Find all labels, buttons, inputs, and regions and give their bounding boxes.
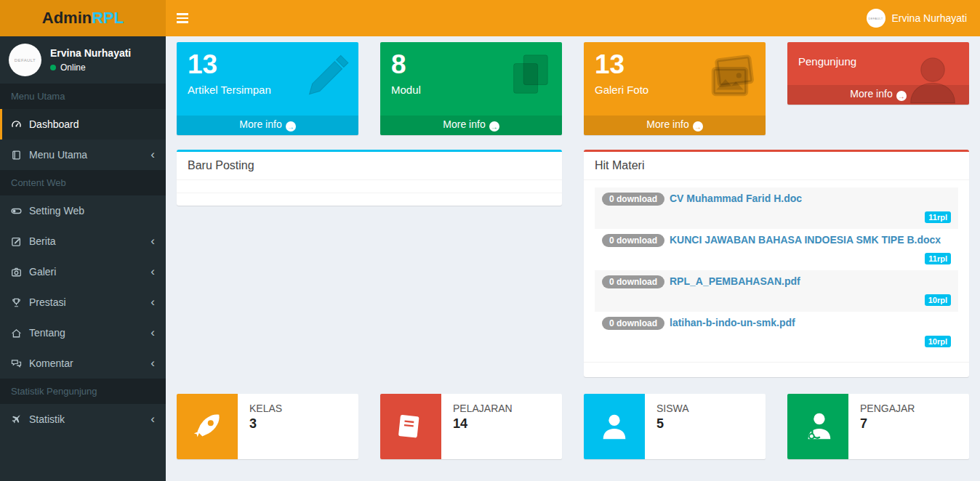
sidebar-header-statistik-pengunjung: Statistik Pengunjung [0,379,166,404]
modul-label: Modul [391,84,551,96]
navbar-body: DEFAULT Ervina Nurhayati [166,0,980,36]
small-boxes-row: 13 Artikel Tersimpan More info→ 8 Modul … [177,42,969,135]
avatar: DEFAULT [9,44,41,76]
pengajar-count: 7 [860,416,915,432]
edit-icon [11,236,22,247]
panels-row: Baru Posting Hit Materi 0 downloadCV Muh… [177,150,969,377]
logo-text-rpl: RPL [92,9,124,28]
artikel-label: Artikel Tersimpan [188,84,348,96]
file-link[interactable]: latihan-b-indo-un-smk.pdf [670,317,795,328]
sidebar-item-menu-utama[interactable]: Menu Utama ‹ [0,140,166,170]
file-link[interactable]: CV Muhammad Farid H.doc [670,193,802,204]
online-status[interactable]: Online [50,62,131,73]
comments-icon [11,358,22,369]
sidebar-item-dashboard[interactable]: Dashboard [0,109,166,140]
info-box-pelajaran: PELAJARAN 14 [380,394,562,459]
chevron-left-icon: ‹ [150,268,155,275]
camera-icon [11,267,22,278]
class-badge: 11rpl [925,211,951,223]
logo-text-admin: Admin [42,9,92,28]
class-badge: 11rpl [925,253,951,264]
download-count-badge: 0 download [602,193,664,206]
arrow-circle-right-icon: → [489,121,499,132]
hit-materi-list: 0 downloadCV Muhammad Farid H.doc 11rpl … [584,180,969,362]
more-info-link-galeri[interactable]: More info→ [584,116,766,136]
rocket-icon [177,394,238,459]
more-info-link-artikel[interactable]: More info→ [177,116,358,136]
sidebar-header-content-web: Content Web [0,170,166,195]
more-info-link-modul[interactable]: More info→ [380,116,562,136]
modul-count: 8 [391,49,551,81]
info-box-siswa: SISWA 5 [584,394,766,459]
sidebar-item-tentang[interactable]: Tentang ‹ [0,318,166,348]
home-icon [11,328,22,339]
chevron-left-icon: ‹ [150,416,155,423]
book-icon [11,150,22,161]
kelas-count: 3 [249,416,282,432]
app-logo[interactable]: AdminRPL [0,0,166,36]
info-box-kelas: KELAS 3 [177,394,358,459]
empty-list-row [177,193,562,206]
siswa-count: 5 [656,416,689,432]
doctor-icon [787,394,848,459]
trophy-icon [11,297,22,308]
sidebar-menu: Menu Utama Dashboard Menu Utama ‹ Conten… [0,84,166,434]
download-count-badge: 0 download [602,275,664,288]
small-box-modul: 8 Modul More info→ [380,42,562,135]
user-menu[interactable]: DEFAULT Ervina Nurhayati [854,0,980,36]
download-count-badge: 0 download [602,317,664,330]
sidebar-item-statistik[interactable]: Statistik ‹ [0,404,166,434]
dashboard-icon [11,119,22,130]
sidebar-item-galeri[interactable]: Galeri ‹ [0,256,166,287]
sidebar-toggle-button[interactable] [166,0,198,36]
pengajar-label: PENGAJAR [860,403,915,414]
chevron-left-icon: ‹ [150,299,155,306]
info-box-pengajar: PENGAJAR 7 [787,394,969,459]
online-dot-icon [50,65,56,70]
panel-footer [584,362,969,377]
arrow-circle-right-icon: → [693,121,703,132]
sidebar-user-name: Ervina Nurhayati [50,47,131,59]
sidebar-item-setting-web[interactable]: Setting Web [0,195,166,226]
galeri-label: Galeri Foto [595,84,755,96]
siswa-label: SISWA [656,403,689,414]
file-link[interactable]: RPL_A_PEMBAHASAN.pdf [670,275,800,287]
galeri-count: 13 [595,49,755,81]
small-box-artikel: 13 Artikel Tersimpan More info→ [177,42,358,135]
pelajaran-label: PELAJARAN [453,403,513,414]
list-item: 0 downloadlatihan-b-indo-un-smk.pdf 10rp… [595,312,958,353]
small-box-pengunjung: Pengunjung More info→ [787,42,969,105]
hamburger-icon [177,13,188,15]
sidebar-user-panel: DEFAULT Ervina Nurhayati Online [0,36,166,84]
toggle-icon [11,206,22,217]
chevron-left-icon: ‹ [150,151,155,158]
list-item: 0 downloadRPL_A_PEMBAHASAN.pdf 10rpl [595,270,958,312]
chevron-left-icon: ‹ [150,238,155,245]
small-box-galeri: 13 Galeri Foto More info→ [584,42,766,135]
sidebar-header-menu-utama: Menu Utama [0,84,166,109]
list-item: 0 downloadKUNCI JAWABAN BAHASA INDOESIA … [595,229,958,270]
class-badge: 10rpl [925,294,951,306]
user-icon [584,394,645,459]
sidebar-item-prestasi[interactable]: Prestasi ‹ [0,287,166,318]
empty-list-row [177,179,562,193]
panel-baru-posting: Baru Posting [177,150,562,206]
plane-icon [11,414,22,425]
download-count-badge: 0 download [602,234,664,247]
pelajaran-count: 14 [453,416,513,432]
top-navbar: AdminRPL DEFAULT Ervina Nurhayati [0,0,980,36]
class-badge: 10rpl [925,336,951,347]
content-wrapper: Selamat Datang diHalaman Administrator 2… [166,0,980,459]
artikel-count: 13 [188,49,348,81]
avatar: DEFAULT [867,9,885,28]
more-info-link-pengunjung[interactable]: More info→ [787,85,969,105]
panel-title-baru-posting: Baru Posting [177,152,562,179]
sidebar-item-komentar[interactable]: Komentar ‹ [0,348,166,379]
list-item: 0 downloadCV Muhammad Farid H.doc 11rpl [595,187,958,229]
sidebar-item-berita[interactable]: Berita ‹ [0,226,166,256]
panel-hit-materi: Hit Materi 0 downloadCV Muhammad Farid H… [584,150,969,377]
chevron-left-icon: ‹ [150,360,155,367]
file-link[interactable]: KUNCI JAWABAN BAHASA INDOESIA SMK TIPE B… [670,234,941,246]
panel-title-hit-materi: Hit Materi [584,152,969,179]
arrow-circle-right-icon: → [286,121,296,132]
